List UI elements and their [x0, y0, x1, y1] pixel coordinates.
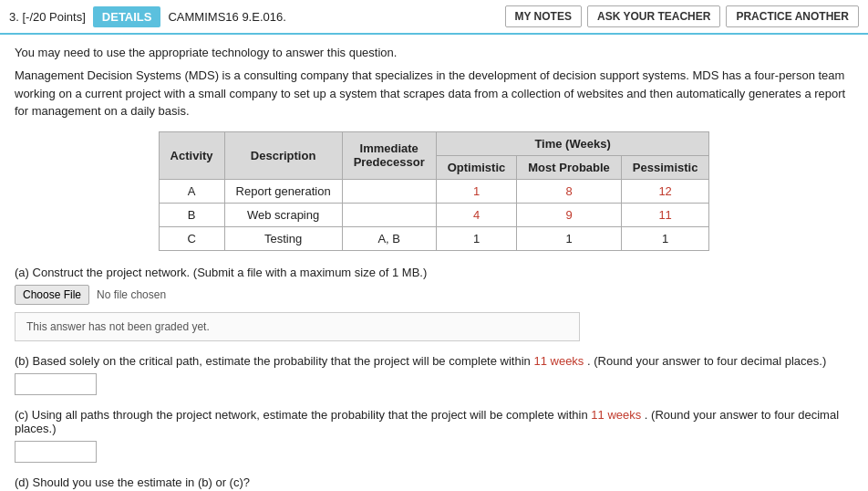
details-button[interactable]: DETAILS — [93, 6, 161, 27]
ask-teacher-button[interactable]: ASK YOUR TEACHER — [587, 5, 720, 27]
table-container: Activity Description ImmediatePredecesso… — [15, 131, 853, 251]
cell-activity-b: B — [159, 203, 224, 226]
table-row: B Web scraping 4 9 11 — [159, 203, 709, 226]
tech-note: You may need to use the appropriate tech… — [15, 46, 853, 59]
cell-pess-a: 12 — [621, 179, 709, 203]
col-pessimistic: Pessimistic — [621, 155, 709, 179]
cell-pred-b — [342, 203, 436, 226]
part-b-input[interactable] — [15, 373, 97, 395]
cell-mp-a: 8 — [517, 179, 622, 203]
cell-mp-b: 9 — [517, 203, 622, 226]
cell-pred-a — [342, 179, 436, 203]
table-row: A Report generation 1 8 12 — [159, 179, 709, 203]
question-id: CAMMIMS16 9.E.016. — [168, 10, 497, 24]
cell-activity-a: A — [159, 179, 224, 203]
part-b-highlight: 11 weeks — [533, 354, 584, 368]
cell-pess-c: 1 — [621, 226, 709, 250]
activity-table: Activity Description ImmediatePredecesso… — [159, 131, 710, 251]
cell-pess-b: 11 — [621, 203, 709, 226]
col-most-probable: Most Probable — [517, 155, 622, 179]
part-c-input[interactable] — [15, 441, 97, 463]
choose-file-button[interactable]: Choose File — [15, 285, 89, 305]
grading-box: This answer has not been graded yet. — [15, 312, 580, 341]
cell-opt-a: 1 — [436, 179, 517, 203]
scenario-text: Management Decision Systems (MDS) is a c… — [15, 67, 853, 120]
cell-activity-c: C — [159, 226, 224, 250]
part-c-highlight: 11 weeks — [591, 408, 641, 422]
part-b-label: (b) Based solely on the critical path, e… — [15, 354, 853, 368]
part-c-label: (c) Using all paths through the project … — [15, 408, 853, 435]
question-label: 3. [-/20 Points] — [9, 10, 86, 24]
col-description: Description — [224, 131, 342, 179]
cell-desc-b: Web scraping — [224, 203, 342, 226]
table-row: C Testing A, B 1 1 1 — [159, 226, 709, 250]
top-bar-right: MY NOTES ASK YOUR TEACHER PRACTICE ANOTH… — [505, 5, 860, 27]
my-notes-button[interactable]: MY NOTES — [505, 5, 582, 27]
top-bar: 3. [-/20 Points] DETAILS CAMMIMS16 9.E.0… — [0, 0, 868, 35]
col-time-weeks: Time (Weeks) — [436, 131, 709, 155]
cell-opt-b: 4 — [436, 203, 517, 226]
cell-desc-c: Testing — [224, 226, 342, 250]
part-a-label: (a) Construct the project network. (Subm… — [15, 266, 853, 279]
file-upload-row: Choose File No file chosen — [15, 285, 853, 305]
part-d-label: (d) Should you use the estimate in (b) o… — [15, 475, 853, 489]
cell-pred-c: A, B — [342, 226, 436, 250]
cell-mp-c: 1 — [517, 226, 622, 250]
cell-opt-c: 1 — [436, 226, 517, 250]
practice-another-button[interactable]: PRACTICE ANOTHER — [726, 5, 859, 27]
col-activity: Activity — [159, 131, 224, 179]
no-file-text: No file chosen — [97, 288, 166, 301]
cell-desc-a: Report generation — [224, 179, 342, 203]
col-predecessor: ImmediatePredecessor — [342, 131, 436, 179]
main-content: You may need to use the appropriate tech… — [0, 35, 868, 491]
col-optimistic: Optimistic — [436, 155, 517, 179]
